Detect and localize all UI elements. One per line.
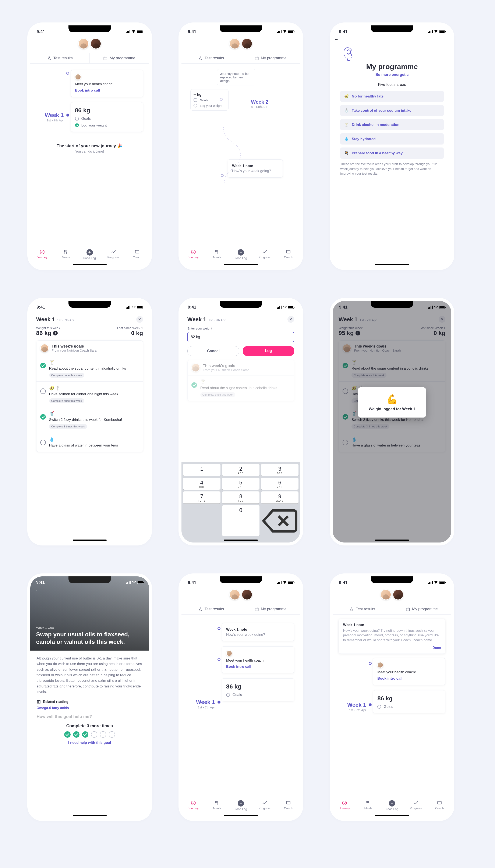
goal-check[interactable]	[40, 414, 46, 420]
tab-my-programme[interactable]: My programme	[90, 53, 149, 63]
log-button[interactable]: Log	[243, 346, 294, 356]
back-button[interactable]: ←	[332, 35, 451, 42]
key-0[interactable]: 0	[222, 505, 259, 536]
key-3[interactable]: 3DEF	[261, 464, 298, 476]
tab-test-results[interactable]: Test results	[182, 53, 241, 63]
nav-coach[interactable]: Coach	[276, 800, 300, 811]
book-intro-link[interactable]: Book intro call	[377, 676, 441, 681]
done-button[interactable]: Done	[343, 646, 441, 650]
focus-area-item[interactable]: 🥑Go for healthy fats	[340, 91, 444, 102]
add-weight-button[interactable]: +	[356, 331, 360, 335]
goal-check[interactable]	[343, 388, 348, 394]
nav-foodlog[interactable]: +Food Log	[229, 800, 253, 811]
nav-progress[interactable]: Progress	[253, 249, 276, 260]
nav-meals[interactable]: Meals	[356, 800, 380, 811]
avatar-coach[interactable]	[242, 589, 252, 600]
focus-area-item[interactable]: 💧Stay hydrated	[340, 133, 444, 144]
key-delete[interactable]	[261, 505, 298, 536]
focus-area-item[interactable]: 🧂Take control of your sodium intake	[340, 105, 444, 116]
goal-item[interactable]: 🥑 🍴Have salmon for dinner one night this…	[36, 381, 143, 407]
coach-card[interactable]: Meet your health coach! Book intro call	[373, 658, 445, 685]
nav-foodlog[interactable]: +Food Log	[78, 249, 102, 260]
avatars[interactable]	[30, 35, 149, 53]
dot-done[interactable]	[64, 731, 71, 738]
need-help-link[interactable]: I need help with this goal	[37, 741, 143, 745]
back-button[interactable]: ←	[35, 587, 40, 593]
avatar-user[interactable]	[229, 589, 240, 600]
key-2[interactable]: 2ABC	[222, 464, 259, 476]
weight-card[interactable]: 86 kg Goals	[222, 678, 294, 701]
dot-empty[interactable]	[109, 731, 115, 738]
nav-foodlog[interactable]: +Food Log	[229, 249, 253, 260]
note-editor[interactable]: Week 1 note How's your week going? Try n…	[339, 619, 445, 654]
dot-done[interactable]	[82, 731, 88, 738]
nav-coach[interactable]: Coach	[428, 800, 451, 811]
goal-check[interactable]	[40, 440, 46, 445]
weight-input[interactable]: 82 kg	[187, 332, 294, 342]
focus-area-item[interactable]: 🍸Drink alcohol in moderation	[340, 119, 444, 130]
nav-meals[interactable]: Meals	[205, 800, 229, 811]
avatar-user[interactable]	[78, 38, 89, 49]
tab-my-programme[interactable]: My programme	[241, 604, 300, 614]
avatar-coach[interactable]	[393, 589, 404, 600]
nav-meals[interactable]: Meals	[205, 249, 229, 260]
nav-coach[interactable]: Coach	[125, 249, 149, 260]
book-intro-link[interactable]: Book intro call	[226, 664, 290, 669]
dot-empty[interactable]	[100, 731, 106, 738]
avatar-coach[interactable]	[90, 38, 101, 49]
nav-progress[interactable]: Progress	[404, 800, 428, 811]
goal-item[interactable]: 💧Have a glass of water in between your t…	[36, 433, 143, 452]
coach-card[interactable]: Meet your health coach! Book intro call	[222, 646, 294, 674]
key-9[interactable]: 9WXYZ	[261, 491, 298, 504]
nav-progress[interactable]: Progress	[102, 249, 125, 260]
nav-meals[interactable]: Meals	[54, 249, 78, 260]
close-button[interactable]: ✕	[439, 316, 445, 323]
key-4[interactable]: 4GHI	[183, 478, 220, 490]
tab-test-results[interactable]: Test results	[332, 604, 392, 614]
book-intro-link[interactable]: Book intro call	[75, 88, 139, 93]
close-button[interactable]: ✕	[136, 316, 143, 323]
cancel-button[interactable]: Cancel	[187, 346, 239, 356]
dot-empty[interactable]	[91, 731, 97, 738]
goal-check[interactable]	[343, 440, 348, 445]
nav-foodlog[interactable]: +Food Log	[380, 800, 404, 811]
related-link[interactable]: Omega-6 fatty acids →	[30, 704, 149, 710]
goal-check[interactable]	[40, 363, 46, 368]
close-button[interactable]: ✕	[288, 316, 294, 323]
key-7[interactable]: 7PQRS	[183, 491, 220, 504]
tab-my-programme[interactable]: My programme	[392, 604, 451, 614]
week1-note-card[interactable]: Week 1 note How's your week going?	[222, 623, 294, 641]
key-8[interactable]: 8TUV	[222, 491, 259, 504]
nav-progress[interactable]: Progress	[253, 800, 276, 811]
dot-done[interactable]	[73, 731, 80, 738]
focus-area-item[interactable]: 🍳Prepare food in a healthy way	[340, 147, 444, 159]
tab-test-results[interactable]: Test results	[30, 53, 90, 63]
avatar-coach[interactable]	[242, 38, 252, 49]
nav-journey[interactable]: Journey	[30, 249, 54, 260]
tab-test-results[interactable]: Test results	[182, 604, 241, 614]
goal-item[interactable]: 🍸Read about the sugar content in alcohol…	[36, 356, 143, 381]
nav-journey[interactable]: Journey	[332, 800, 356, 811]
completion-dots[interactable]	[37, 731, 143, 738]
key-5[interactable]: 5JKL	[222, 478, 259, 490]
nav-journey[interactable]: Journey	[182, 800, 205, 811]
note-placeholder[interactable]: How's your week going? Try noting down t…	[343, 628, 441, 643]
avatar-user[interactable]	[380, 589, 391, 600]
goal-item[interactable]: 💧Have a glass of water in between your t…	[339, 433, 445, 452]
weight-card[interactable]: 86 kg Goals Log your weight	[71, 102, 143, 132]
tab-my-programme[interactable]: My programme	[241, 53, 300, 63]
key-6[interactable]: 6MNO	[261, 478, 298, 490]
goal-check[interactable]	[343, 414, 348, 420]
avatar-user[interactable]	[229, 38, 240, 49]
goal-check[interactable]	[343, 363, 348, 368]
key-1[interactable]: 1	[183, 464, 220, 476]
nav-coach[interactable]: Coach	[276, 249, 300, 260]
nav-journey[interactable]: Journey	[182, 249, 205, 260]
add-weight-button[interactable]: +	[53, 331, 58, 335]
goal-item[interactable]: 🥤Switch 2 fizzy drinks this week for Kom…	[36, 407, 143, 433]
weight-card-empty[interactable]: -- kg Goals Log your weight	[190, 89, 228, 110]
goal-item[interactable]: 🍸Read about the sugar content in alcohol…	[339, 356, 445, 381]
goal-check[interactable]	[40, 388, 46, 394]
weight-card[interactable]: 86 kg Goals	[373, 690, 445, 713]
coach-card[interactable]: Meet your health coach! Book intro call	[71, 70, 143, 97]
